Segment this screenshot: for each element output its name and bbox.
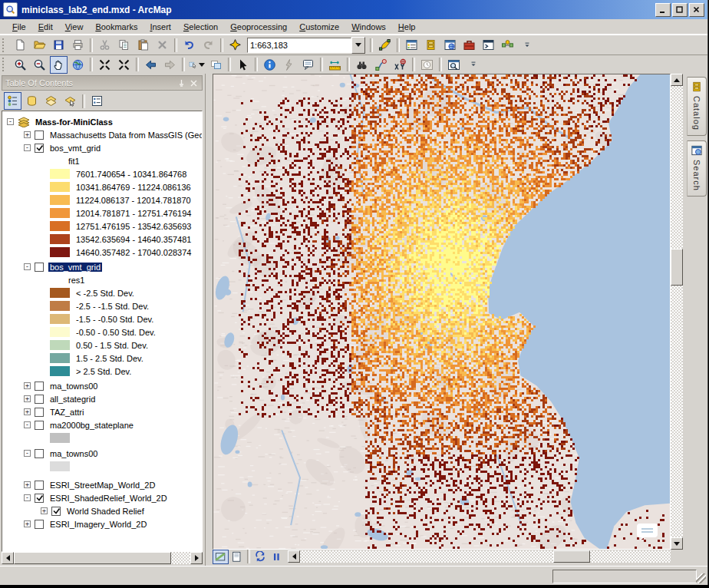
overflow-button[interactable] bbox=[464, 56, 482, 74]
print-button[interactable] bbox=[69, 36, 87, 54]
cut-button[interactable] bbox=[96, 36, 114, 54]
paste-button[interactable] bbox=[134, 36, 152, 54]
layer-label[interactable]: TAZ_attri bbox=[48, 408, 85, 417]
forward-button[interactable] bbox=[161, 56, 179, 74]
layer-label[interactable]: ESRI_ShadedRelief_World_2D bbox=[48, 494, 169, 503]
scroll-up-button[interactable] bbox=[671, 74, 683, 86]
toc-horizontal-scrollbar[interactable] bbox=[2, 552, 203, 564]
find-button[interactable] bbox=[353, 56, 371, 74]
map-horizontal-scrollbar[interactable] bbox=[288, 550, 683, 563]
layer-visibility-checkbox[interactable] bbox=[51, 507, 61, 516]
layer-visibility-checkbox[interactable] bbox=[35, 408, 44, 417]
go-to-xy-button[interactable] bbox=[391, 56, 409, 74]
overflow-button[interactable] bbox=[518, 36, 536, 54]
expand-icon[interactable]: + bbox=[24, 131, 31, 138]
menu-customize[interactable]: Customize bbox=[293, 21, 345, 33]
map-scale-input[interactable] bbox=[247, 38, 351, 53]
map-vertical-scrollbar[interactable] bbox=[671, 74, 683, 550]
toolbar-grip[interactable] bbox=[2, 38, 8, 52]
scroll-right-button[interactable] bbox=[190, 552, 203, 564]
menu-geoprocessing[interactable]: Geoprocessing bbox=[224, 21, 293, 33]
pause-drawing-button[interactable] bbox=[269, 550, 285, 564]
resize-grip[interactable] bbox=[696, 573, 706, 583]
scrollbar-track[interactable] bbox=[671, 86, 683, 537]
pin-icon[interactable] bbox=[176, 78, 186, 88]
layer-label[interactable]: Mass-for-MiniClass bbox=[34, 117, 114, 127]
layer-label[interactable]: bos_vmt_grid bbox=[48, 144, 102, 153]
zoom-out-button[interactable] bbox=[31, 56, 48, 74]
undo-button[interactable] bbox=[180, 36, 198, 54]
open-folder-button[interactable] bbox=[31, 36, 48, 54]
catalog-window-button[interactable] bbox=[441, 36, 459, 54]
full-extent-button[interactable] bbox=[69, 56, 87, 74]
titlebar[interactable]: miniclass_lab2_end.mxd - ArcMap bbox=[0, 0, 707, 19]
select-elements-button[interactable] bbox=[234, 56, 252, 74]
pan-button[interactable] bbox=[50, 56, 68, 74]
layer-label[interactable]: ESRI_Imagery_World_2D bbox=[48, 520, 148, 529]
select-features-button[interactable] bbox=[188, 56, 206, 74]
python-window-button[interactable] bbox=[480, 36, 497, 54]
layer-label[interactable]: ma_towns00 bbox=[48, 382, 99, 391]
new-document-button[interactable] bbox=[12, 36, 29, 54]
menu-file[interactable]: File bbox=[6, 21, 32, 33]
scrollbar-track[interactable] bbox=[300, 550, 671, 563]
layer-label[interactable]: World Shaded Relief bbox=[65, 507, 146, 516]
layer-label[interactable]: all_stategrid bbox=[48, 395, 97, 404]
menu-edit[interactable]: Edit bbox=[32, 21, 59, 33]
collapse-icon[interactable]: - bbox=[24, 263, 31, 270]
toc-header[interactable]: Table Of Contents bbox=[2, 75, 203, 91]
collapse-icon[interactable]: - bbox=[24, 450, 31, 457]
list-by-drawing-order-button[interactable] bbox=[4, 92, 21, 110]
add-data-button[interactable] bbox=[226, 36, 244, 54]
fixed-zoom-out-button[interactable] bbox=[115, 56, 133, 74]
layer-label[interactable]: ESRI_StreetMap_World_2D bbox=[48, 481, 157, 490]
expand-icon[interactable]: + bbox=[24, 520, 31, 527]
add-catalog-button[interactable] bbox=[422, 36, 440, 54]
toolbox-button[interactable] bbox=[460, 36, 478, 54]
menu-windows[interactable]: Windows bbox=[345, 21, 392, 33]
toolbar-grip[interactable] bbox=[2, 58, 8, 71]
collapse-icon[interactable]: - bbox=[24, 494, 31, 501]
refresh-button[interactable] bbox=[252, 550, 269, 564]
menu-view[interactable]: View bbox=[59, 21, 90, 33]
layer-visibility-checkbox[interactable] bbox=[35, 395, 44, 404]
back-button[interactable] bbox=[142, 56, 160, 74]
note-icon[interactable] bbox=[636, 523, 659, 541]
fixed-zoom-in-button[interactable] bbox=[96, 56, 114, 74]
editor-sketch-button[interactable] bbox=[376, 36, 394, 54]
toc-window-button[interactable] bbox=[403, 36, 420, 54]
identify-button[interactable] bbox=[261, 56, 279, 74]
menu-help[interactable]: Help bbox=[392, 21, 422, 33]
options-button[interactable] bbox=[88, 92, 106, 110]
expand-icon[interactable]: + bbox=[24, 408, 31, 415]
layer-label[interactable]: bos_vmt_grid bbox=[48, 263, 102, 272]
expand-icon[interactable]: + bbox=[41, 507, 48, 514]
scrollbar-track[interactable] bbox=[14, 552, 190, 564]
layout-view-button[interactable] bbox=[229, 550, 245, 564]
collapse-icon[interactable]: - bbox=[24, 421, 31, 428]
expand-icon[interactable]: + bbox=[24, 382, 31, 389]
dock-tab-search[interactable]: Search bbox=[687, 140, 707, 197]
layer-visibility-checkbox[interactable] bbox=[35, 263, 44, 272]
redo-button[interactable] bbox=[200, 36, 217, 54]
layer-visibility-checkbox[interactable] bbox=[35, 481, 44, 490]
save-button[interactable] bbox=[50, 36, 68, 54]
minimize-button[interactable] bbox=[655, 3, 671, 17]
layer-label[interactable]: ma2000bg_stateplane bbox=[48, 421, 135, 430]
menu-selection[interactable]: Selection bbox=[177, 21, 224, 33]
scrollbar-thumb[interactable] bbox=[553, 550, 590, 563]
expand-icon[interactable]: + bbox=[24, 395, 31, 402]
scroll-down-button[interactable] bbox=[671, 537, 683, 550]
layer-visibility-checkbox[interactable] bbox=[35, 449, 44, 458]
list-by-visibility-button[interactable] bbox=[42, 92, 60, 110]
data-view-button[interactable] bbox=[213, 550, 229, 564]
modelbuilder-button[interactable] bbox=[499, 36, 516, 54]
clear-selection-button[interactable] bbox=[207, 56, 225, 74]
callout-button[interactable] bbox=[299, 56, 317, 74]
layer-label[interactable]: ma_towns00 bbox=[48, 449, 99, 458]
scroll-left-button[interactable] bbox=[2, 552, 14, 564]
copy-button[interactable] bbox=[115, 36, 133, 54]
layer-label[interactable]: Massachusetts Data from MassGIS (GeoS bbox=[48, 130, 203, 140]
time-slider-button[interactable] bbox=[418, 56, 436, 74]
zoom-in-button[interactable] bbox=[12, 56, 29, 74]
